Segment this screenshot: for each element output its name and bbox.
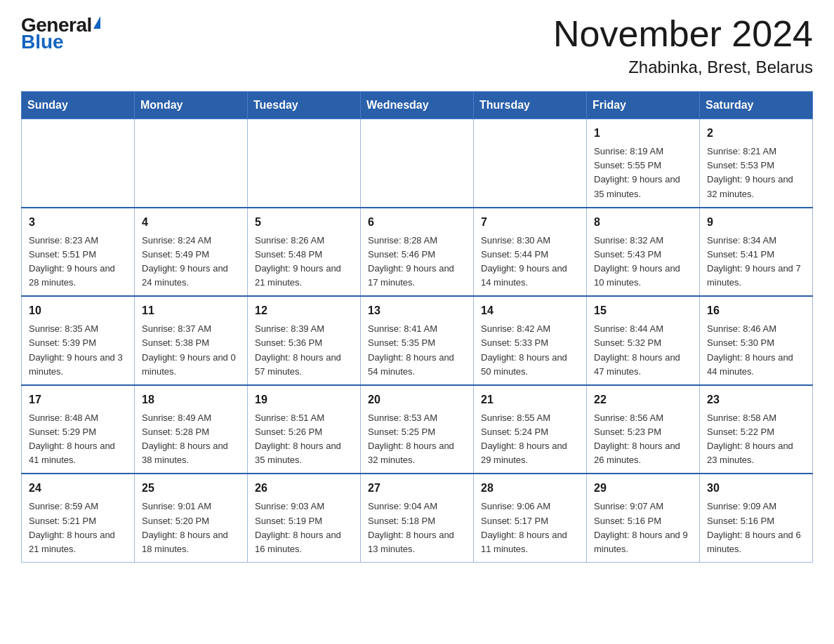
calendar-cell: 27Sunrise: 9:04 AM Sunset: 5:18 PM Dayli… (361, 474, 474, 562)
calendar-subtitle: Zhabinka, Brest, Belarus (553, 58, 813, 77)
calendar-cell (361, 119, 474, 208)
day-number: 10 (29, 302, 127, 319)
calendar-cell: 29Sunrise: 9:07 AM Sunset: 5:16 PM Dayli… (587, 474, 700, 562)
calendar-cell: 25Sunrise: 9:01 AM Sunset: 5:20 PM Dayli… (135, 474, 248, 562)
header-sunday: Sunday (22, 92, 135, 119)
calendar-cell: 8Sunrise: 8:32 AM Sunset: 5:43 PM Daylig… (587, 208, 700, 297)
day-info: Sunrise: 8:24 AM Sunset: 5:49 PM Dayligh… (142, 234, 240, 290)
calendar-cell: 3Sunrise: 8:23 AM Sunset: 5:51 PM Daylig… (22, 208, 135, 297)
day-info: Sunrise: 8:35 AM Sunset: 5:39 PM Dayligh… (29, 322, 127, 379)
day-info: Sunrise: 8:28 AM Sunset: 5:46 PM Dayligh… (368, 234, 466, 290)
calendar-cell: 12Sunrise: 8:39 AM Sunset: 5:36 PM Dayli… (248, 296, 361, 385)
calendar-cell: 28Sunrise: 9:06 AM Sunset: 5:17 PM Dayli… (474, 474, 587, 562)
day-number: 21 (481, 391, 579, 408)
day-info: Sunrise: 8:32 AM Sunset: 5:43 PM Dayligh… (594, 234, 692, 290)
day-info: Sunrise: 8:37 AM Sunset: 5:38 PM Dayligh… (142, 322, 240, 379)
calendar-title: November 2024 (553, 14, 813, 54)
calendar-week-row: 10Sunrise: 8:35 AM Sunset: 5:39 PM Dayli… (22, 296, 813, 385)
day-info: Sunrise: 8:34 AM Sunset: 5:41 PM Dayligh… (707, 234, 805, 290)
calendar-cell: 21Sunrise: 8:55 AM Sunset: 5:24 PM Dayli… (474, 385, 587, 474)
day-info: Sunrise: 8:39 AM Sunset: 5:36 PM Dayligh… (255, 322, 353, 379)
day-number: 12 (255, 302, 353, 319)
day-number: 25 (142, 480, 240, 497)
day-info: Sunrise: 8:42 AM Sunset: 5:33 PM Dayligh… (481, 322, 579, 379)
day-info: Sunrise: 8:49 AM Sunset: 5:28 PM Dayligh… (142, 411, 240, 468)
weekday-header-row: Sunday Monday Tuesday Wednesday Thursday… (22, 92, 813, 119)
day-info: Sunrise: 8:48 AM Sunset: 5:29 PM Dayligh… (29, 411, 127, 468)
day-info: Sunrise: 8:21 AM Sunset: 5:53 PM Dayligh… (707, 145, 805, 201)
calendar-cell: 23Sunrise: 8:58 AM Sunset: 5:22 PM Dayli… (700, 385, 813, 474)
day-number: 17 (29, 391, 127, 408)
day-info: Sunrise: 8:23 AM Sunset: 5:51 PM Dayligh… (29, 234, 127, 290)
day-info: Sunrise: 8:55 AM Sunset: 5:24 PM Dayligh… (481, 411, 579, 468)
day-number: 30 (707, 480, 805, 497)
day-info: Sunrise: 8:19 AM Sunset: 5:55 PM Dayligh… (594, 145, 692, 201)
calendar-cell (135, 119, 248, 208)
day-number: 19 (255, 391, 353, 408)
day-info: Sunrise: 9:03 AM Sunset: 5:19 PM Dayligh… (255, 499, 353, 556)
day-number: 7 (481, 214, 579, 231)
day-info: Sunrise: 8:41 AM Sunset: 5:35 PM Dayligh… (368, 322, 466, 379)
logo-blue-text: Blue (21, 31, 64, 53)
calendar-cell: 11Sunrise: 8:37 AM Sunset: 5:38 PM Dayli… (135, 296, 248, 385)
day-info: Sunrise: 9:07 AM Sunset: 5:16 PM Dayligh… (594, 499, 692, 556)
calendar-cell: 10Sunrise: 8:35 AM Sunset: 5:39 PM Dayli… (22, 296, 135, 385)
day-info: Sunrise: 8:58 AM Sunset: 5:22 PM Dayligh… (707, 411, 805, 468)
day-number: 29 (594, 480, 692, 497)
calendar-body: 1Sunrise: 8:19 AM Sunset: 5:55 PM Daylig… (22, 119, 813, 563)
calendar-header: Sunday Monday Tuesday Wednesday Thursday… (22, 92, 813, 119)
day-number: 18 (142, 391, 240, 408)
calendar-cell: 2Sunrise: 8:21 AM Sunset: 5:53 PM Daylig… (700, 119, 813, 208)
header-tuesday: Tuesday (248, 92, 361, 119)
calendar-cell: 6Sunrise: 8:28 AM Sunset: 5:46 PM Daylig… (361, 208, 474, 297)
calendar-week-row: 1Sunrise: 8:19 AM Sunset: 5:55 PM Daylig… (22, 119, 813, 208)
day-number: 5 (255, 214, 353, 231)
day-info: Sunrise: 8:44 AM Sunset: 5:32 PM Dayligh… (594, 322, 692, 379)
day-number: 1 (594, 125, 692, 142)
day-number: 13 (368, 302, 466, 319)
header-wednesday: Wednesday (361, 92, 474, 119)
calendar-cell: 7Sunrise: 8:30 AM Sunset: 5:44 PM Daylig… (474, 208, 587, 297)
calendar-cell: 4Sunrise: 8:24 AM Sunset: 5:49 PM Daylig… (135, 208, 248, 297)
day-number: 16 (707, 302, 805, 319)
day-info: Sunrise: 8:56 AM Sunset: 5:23 PM Dayligh… (594, 411, 692, 468)
calendar-cell: 17Sunrise: 8:48 AM Sunset: 5:29 PM Dayli… (22, 385, 135, 474)
title-block: November 2024 Zhabinka, Brest, Belarus (553, 14, 813, 77)
calendar-week-row: 3Sunrise: 8:23 AM Sunset: 5:51 PM Daylig… (22, 208, 813, 297)
day-number: 26 (255, 480, 353, 497)
day-info: Sunrise: 9:01 AM Sunset: 5:20 PM Dayligh… (142, 499, 240, 556)
day-number: 15 (594, 302, 692, 319)
day-info: Sunrise: 8:51 AM Sunset: 5:26 PM Dayligh… (255, 411, 353, 468)
calendar-cell: 20Sunrise: 8:53 AM Sunset: 5:25 PM Dayli… (361, 385, 474, 474)
day-number: 6 (368, 214, 466, 231)
day-number: 27 (368, 480, 466, 497)
day-number: 28 (481, 480, 579, 497)
day-number: 3 (29, 214, 127, 231)
page-header: General Blue November 2024 Zhabinka, Bre… (21, 14, 813, 77)
day-number: 4 (142, 214, 240, 231)
day-info: Sunrise: 8:53 AM Sunset: 5:25 PM Dayligh… (368, 411, 466, 468)
day-number: 23 (707, 391, 805, 408)
calendar-cell: 19Sunrise: 8:51 AM Sunset: 5:26 PM Dayli… (248, 385, 361, 474)
calendar-cell: 22Sunrise: 8:56 AM Sunset: 5:23 PM Dayli… (587, 385, 700, 474)
calendar-cell: 13Sunrise: 8:41 AM Sunset: 5:35 PM Dayli… (361, 296, 474, 385)
day-info: Sunrise: 8:30 AM Sunset: 5:44 PM Dayligh… (481, 234, 579, 290)
day-info: Sunrise: 8:46 AM Sunset: 5:30 PM Dayligh… (707, 322, 805, 379)
calendar-cell: 9Sunrise: 8:34 AM Sunset: 5:41 PM Daylig… (700, 208, 813, 297)
calendar-cell: 30Sunrise: 9:09 AM Sunset: 5:16 PM Dayli… (700, 474, 813, 562)
day-number: 22 (594, 391, 692, 408)
day-number: 11 (142, 302, 240, 319)
day-number: 9 (707, 214, 805, 231)
day-info: Sunrise: 8:59 AM Sunset: 5:21 PM Dayligh… (29, 499, 127, 556)
header-monday: Monday (135, 92, 248, 119)
calendar-cell (474, 119, 587, 208)
header-friday: Friday (587, 92, 700, 119)
day-info: Sunrise: 9:04 AM Sunset: 5:18 PM Dayligh… (368, 499, 466, 556)
calendar-cell: 16Sunrise: 8:46 AM Sunset: 5:30 PM Dayli… (700, 296, 813, 385)
calendar-week-row: 24Sunrise: 8:59 AM Sunset: 5:21 PM Dayli… (22, 474, 813, 562)
calendar-table: Sunday Monday Tuesday Wednesday Thursday… (21, 91, 813, 563)
calendar-cell (22, 119, 135, 208)
day-info: Sunrise: 9:09 AM Sunset: 5:16 PM Dayligh… (707, 499, 805, 556)
logo: General Blue (21, 14, 100, 53)
day-number: 8 (594, 214, 692, 231)
